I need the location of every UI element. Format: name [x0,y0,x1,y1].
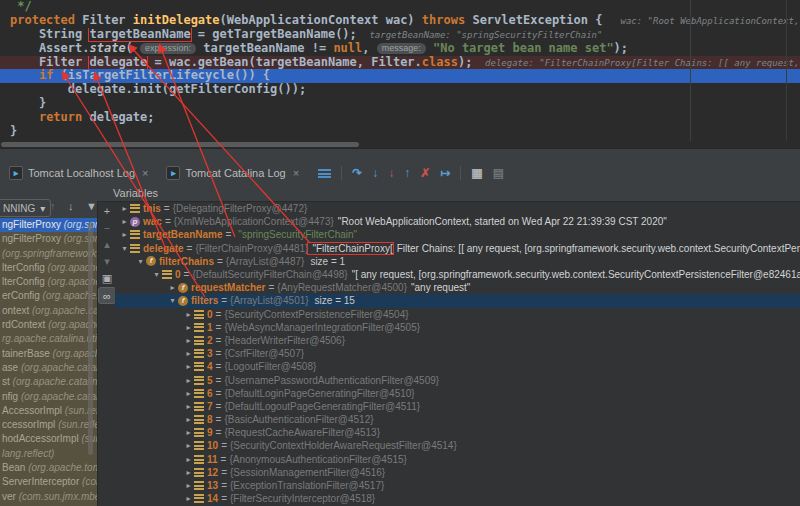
expand-toggle[interactable]: ▾ [151,270,162,279]
expand-toggle[interactable]: ▸ [183,455,194,464]
code-line[interactable]: } [0,97,800,111]
expand-toggle[interactable]: ▸ [183,441,194,450]
editor-horizontal-scrollbar[interactable] [1,142,359,147]
frame-row[interactable]: Bean (org.apache.tomcat.u [0,461,97,475]
code-line[interactable]: protected Filter initDelegate(WebApplica… [0,14,800,28]
variable-row[interactable]: ▸2={HeaderWriterFilter@4506} [115,334,800,347]
expand-toggle[interactable]: ▾ [119,244,130,253]
code-line[interactable]: return delegate; [0,111,800,125]
close-icon[interactable]: × [293,167,299,179]
step-out-icon[interactable]: ↑ [404,167,410,179]
frame-row[interactable]: (org.springframework.we [0,247,97,261]
code-line[interactable]: */ [0,0,800,14]
variable-row[interactable]: ▾delegate={FilterChainProxy@4481}"Filter… [115,242,800,255]
move-down-icon[interactable]: ▾ [98,253,116,270]
frame-row[interactable]: ServerInterceptor (com.su [0,475,97,489]
frame-row[interactable]: tainerBase (org.apache.ca [0,347,97,361]
step-over-icon[interactable]: ↷ [352,167,362,179]
frame-row[interactable]: lang.reflect) [0,447,97,461]
expand-toggle[interactable]: ▸ [119,217,130,226]
variable-row[interactable]: ▾0={DefaultSecurityFilterChain@4498}"[ a… [115,268,800,281]
tab-tomcat-localhost-log[interactable]: ▸Tomcat Localhost Log× [0,161,157,185]
frame-row[interactable]: ngFilterProxy (org.springfr [0,218,97,232]
expand-toggle[interactable]: ▸ [167,283,178,292]
code-line[interactable]: if (isTargetFilterLifecycle()) { [0,69,800,83]
frame-row[interactable]: AccessorImpl (sun.reflect) [0,404,97,418]
force-step-into-icon[interactable]: ↓ [388,167,394,179]
frame-row[interactable]: erConfig (org.apache.catal [0,289,97,303]
variable-row[interactable]: ▸frequestMatcher={AnyRequestMatcher@4500… [115,281,800,294]
variable-row[interactable]: ▸this={DelegatingFilterProxy@4472} [115,202,800,215]
close-icon[interactable]: × [142,167,148,179]
frame-row[interactable]: ontext (org.apache.catalin [0,304,97,318]
frame-row[interactable]: ase (org.apache.catalina.co [0,361,97,375]
step-into-icon[interactable]: ↓ [372,167,378,179]
filter-icon[interactable]: ▼ [86,200,97,212]
variable-row[interactable]: ▸5={UsernamePasswordAuthenticationFilter… [115,373,800,386]
frame-row[interactable]: ngFilterProxy (org.springf [0,232,97,246]
drop-frame-icon[interactable]: ✗ [420,167,430,179]
variable-row[interactable]: ▸0={SecurityContextPersistenceFilter@450… [115,308,800,321]
variable-row[interactable]: ▸7={DefaultLogoutPageGeneratingFilter@45… [115,400,800,413]
variable-row[interactable]: ▸9={RequestCacheAwareFilter@4513} [115,426,800,439]
tab-tomcat-catalina-log[interactable]: ▸Tomcat Catalina Log× [157,161,308,185]
expand-toggle[interactable]: ▸ [183,481,194,490]
variable-row[interactable]: ▸13={ExceptionTranslationFilter@4517} [115,479,800,492]
expand-toggle[interactable]: ▸ [183,402,194,411]
variable-row[interactable]: ▸14={FilterSecurityInterceptor@4518} [115,492,800,505]
show-watches-icon[interactable]: ∞ [98,287,116,304]
frame-row[interactable]: lterConfig (org.apache.cat [0,261,97,275]
code-editor[interactable]: */protected Filter initDelegate(WebAppli… [0,0,800,148]
move-down-icon[interactable]: ↓ [68,200,74,212]
variable-row[interactable]: ▸4={LogoutFilter@4508} [115,360,800,373]
variable-row[interactable]: ▸8={BasicAuthenticationFilter@4512} [115,413,800,426]
layout-settings-icon[interactable]: ▤ [493,167,504,179]
expand-toggle[interactable]: ▸ [183,336,194,345]
expand-toggle[interactable]: ▸ [183,428,194,437]
variable-row[interactable]: ▸6={DefaultLoginPageGeneratingFilter@451… [115,387,800,400]
variable-row[interactable]: ▸1={WebAsyncManagerIntegrationFilter@450… [115,321,800,334]
thread-dropdown[interactable]: NNING ▾ [0,199,51,217]
code-line[interactable]: Assert.state( expression: targetBeanName… [0,42,800,56]
code-line[interactable]: Filter delegate = wac.getBean(targetBean… [0,56,800,70]
expand-toggle[interactable]: ▸ [183,376,194,385]
expand-toggle[interactable]: ▸ [183,415,194,424]
add-watch-icon[interactable]: + [98,202,116,219]
frames-scrollbar[interactable] [88,222,93,455]
variable-row[interactable]: ▸pwac={XmlWebApplicationContext@4473}"Ro… [115,215,800,228]
variable-row[interactable]: ▾ffilterChains={ArrayList@4487}size = 1 [115,255,800,268]
duplicate-icon[interactable]: ▣ [98,270,116,287]
expand-toggle[interactable]: ▾ [167,296,178,305]
code-line[interactable]: delegate.init(getFilterConfig()); [0,83,800,97]
evaluate-expression-icon[interactable]: ▦ [471,167,482,179]
expand-toggle[interactable]: ▸ [183,323,194,332]
expand-toggle[interactable]: ▸ [183,362,194,371]
expand-toggle[interactable]: ▾ [135,257,146,266]
expand-toggle[interactable]: ▸ [119,230,130,239]
variable-row[interactable]: ▸3={CsrfFilter@4507} [115,347,800,360]
frame-row[interactable]: rdContext (org.apache.cat [0,318,97,332]
code-line[interactable]: String targetBeanName = getTargetBeanNam… [0,28,800,42]
variable-row[interactable]: ▸12={SessionManagementFilter@4516} [115,466,800,479]
variable-row[interactable]: ▾ffilters={ArrayList@4501}size = 15 [115,294,800,307]
frame-row[interactable]: rg.apache.catalina.util) [0,332,97,346]
expand-toggle[interactable]: ▸ [183,310,194,319]
remove-watch-icon[interactable]: − [98,219,116,236]
frame-row[interactable]: hodAccessorImpl (sun.refle [0,432,97,446]
expand-toggle[interactable]: ▸ [183,494,194,503]
menu-icon[interactable] [318,169,331,178]
frame-row[interactable]: ccessorImpl (sun.reflect) [0,418,97,432]
variable-row[interactable]: ▸10={SecurityContextHolderAwareRequestFi… [115,439,800,452]
frame-row[interactable]: nfig (org.apache.catalina.s [0,390,97,404]
frame-row[interactable]: ver (com.sun.jmx.mbeanse [0,490,97,504]
variable-row[interactable]: ▸targetBeanName="springSecurityFilterCha… [115,228,800,241]
move-up-icon[interactable]: ▴ [98,236,116,253]
expand-toggle[interactable]: ▸ [183,349,194,358]
expand-toggle[interactable]: ▸ [183,389,194,398]
move-up-icon[interactable]: ↑ [50,200,56,212]
code-line[interactable]: } [0,125,800,139]
run-to-cursor-icon[interactable]: ↦ [440,167,450,179]
frame-row[interactable]: lterConfig (org.apache.cat [0,275,97,289]
frame-row[interactable]: st (org.apache.catalina.co [0,375,97,389]
expand-toggle[interactable]: ▸ [183,468,194,477]
